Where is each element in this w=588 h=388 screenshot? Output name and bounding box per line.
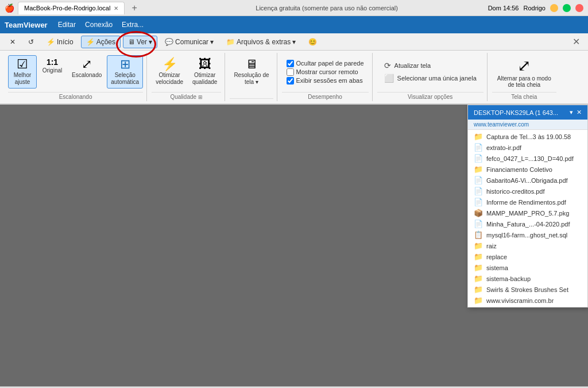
escalonado-icon: ⤢ (82, 58, 92, 71)
file-item[interactable]: 📋mysql16-farm...ghost_net.sql (468, 229, 587, 240)
file-item[interactable]: 📁Financiamento Coletivo (468, 164, 587, 175)
scaling-section-label: Escalonando (59, 94, 92, 100)
exibir-sessoes-item[interactable]: Exibir sessões em abas (287, 77, 363, 84)
performance-label: Desempenho (282, 92, 369, 101)
file-name: historico-creditos.pdf (486, 188, 545, 195)
dropdown-close[interactable]: ✕ (577, 109, 582, 116)
dropdown-panel: DESKTOP-NKS29LA (1 643... ▾ ✕ www.teamvi… (467, 105, 588, 308)
selecao-auto-btn[interactable]: ⊞ Seleçãoautomática (107, 55, 143, 89)
file-icon: 📄 (474, 220, 483, 228)
ribbon-close-btn[interactable]: ✕ (569, 35, 583, 48)
inicio-label: Início (57, 38, 74, 46)
back-btn[interactable]: ↺ (23, 36, 39, 48)
menu-extra[interactable]: Extra... (118, 20, 147, 30)
menu-editar[interactable]: Editar (55, 20, 79, 30)
file-item[interactable]: 📁replace (468, 251, 587, 262)
file-item[interactable]: 📁www.viviscramin.com.br (468, 295, 587, 306)
title-bar-right: Dom 14:56 Rodrigo (488, 4, 588, 12)
view-options-items: ⟳ Atualizar tela ⬜ Selecionar uma única … (377, 53, 483, 91)
file-name: replace (486, 253, 507, 260)
fullscreen-btn[interactable]: ⤢ Alternar para o modode tela cheia (492, 55, 556, 91)
exibir-sessoes-checkbox[interactable] (287, 77, 294, 84)
ocultar-papel-item[interactable]: Ocultar papel de parede (287, 60, 364, 67)
file-item[interactable]: 📄GabaritoA6-Vi...Obrigada.pdf (468, 175, 587, 186)
close-session-btn[interactable]: ✕ (5, 36, 21, 48)
view-options-label: Visualizar opções (377, 92, 483, 101)
ver-icon: 🖥 (128, 38, 135, 46)
file-item[interactable]: 📁raiz (468, 240, 587, 251)
file-item[interactable]: 📄Minha_Fatura_...-04-2020.pdf (468, 218, 587, 229)
fullscreen-section-label: Tela cheia (492, 92, 556, 101)
mostrar-cursor-item[interactable]: Mostrar cursor remoto (287, 68, 358, 76)
mostrar-cursor-checkbox[interactable] (287, 68, 294, 76)
file-item[interactable]: 📄fefco_0427_L=...130_D=40.pdf (468, 153, 587, 164)
resolucao-tela-btn[interactable]: 🖥 Resolução detela ▾ (230, 55, 273, 89)
ribbon-panel: ☑ Melhorajuste 1:1 Original ⤢ Escalonado… (0, 51, 588, 105)
ocultar-papel-label: Ocultar papel de parede (296, 60, 364, 67)
file-item[interactable]: 📄Informe de Rendimentos.pdf (468, 197, 587, 208)
file-item[interactable]: 📁Captura de Tel...3 às 19.00.58 (468, 131, 587, 142)
new-tab-btn[interactable]: + (128, 3, 140, 13)
otimizar-vel-btn[interactable]: ⚡ Otimizarvelocidade (152, 55, 187, 89)
file-name: sistema-backup (486, 275, 531, 282)
file-icon: 📁 (474, 132, 483, 141)
ver-arrow: ▾ (149, 38, 152, 46)
title-bar: 🍎 MacBook-Pro-de-Rodrigo.local ✕ + Licen… (0, 0, 588, 16)
ver-btn[interactable]: 🖥 Ver ▾ (123, 36, 157, 48)
file-icon: 📄 (474, 187, 483, 195)
melhor-ajuste-label: Melhorajuste (14, 72, 32, 86)
atualizar-tela-btn[interactable]: ⟳ Atualizar tela (382, 60, 434, 71)
file-name: Minha_Fatura_...-04-2020.pdf (486, 221, 570, 228)
apple-icon: 🍎 (5, 3, 14, 13)
emoji-icon: 😊 (308, 38, 317, 46)
quality-items: ⚡ Otimizarvelocidade 🖼 Otimizarqualidade (152, 53, 221, 91)
original-btn[interactable]: 1:1 Original (38, 55, 67, 77)
fullscreen-items: ⤢ Alternar para o modode tela cheia (492, 53, 556, 91)
exibir-sessoes-label: Exibir sessões em abas (296, 77, 363, 84)
file-item[interactable]: 📁sistema-backup (468, 273, 587, 284)
license-text: Licença gratuita (somente para uso não c… (256, 5, 398, 11)
menu-conexao[interactable]: Conexão (82, 20, 116, 30)
file-item[interactable]: 📦MAMP_MAMP_PRO_5.7.pkg (468, 208, 587, 218)
dropdown-header-controls: ▾ ✕ (570, 109, 582, 116)
acoes-icon: ⚡ (86, 38, 95, 46)
title-bar-left: 🍎 MacBook-Pro-de-Rodrigo.local ✕ + (0, 2, 166, 14)
inicio-btn[interactable]: ⚡ Início (41, 36, 79, 48)
otimizar-qual-btn[interactable]: 🖼 Otimizarqualidade (188, 55, 221, 89)
restore-btn[interactable] (563, 4, 571, 12)
resolucao-tela-icon: 🖥 (245, 58, 258, 71)
tab-title: MacBook-Pro-de-Rodrigo.local (24, 5, 110, 11)
comunicar-btn[interactable]: 💬 Comunicar ▾ (160, 36, 219, 48)
file-name: GabaritoA6-Vi...Obrigada.pdf (486, 177, 568, 184)
file-item[interactable]: 📁Swirls & Strokes Brushes Set (468, 284, 587, 295)
acoes-btn[interactable]: ⚡ Ações (81, 36, 121, 48)
escalonado-btn[interactable]: ⤢ Escalonado (68, 55, 106, 82)
acoes-label: Ações (96, 38, 115, 46)
scaling-items: ☑ Melhorajuste 1:1 Original ⤢ Escalonado… (8, 53, 143, 91)
title-bar-license: Licença gratuita (somente para uso não c… (166, 5, 488, 11)
file-name: Informe de Rendimentos.pdf (486, 199, 566, 206)
resolution-section: 🖥 Resolução detela ▾ (226, 53, 277, 101)
file-item[interactable]: 📄extrato-ir.pdf (468, 142, 587, 153)
dropdown-arrow[interactable]: ▾ (570, 109, 573, 116)
dropdown-header-text: DESKTOP-NKS29LA (1 643... (474, 109, 558, 116)
files-btn[interactable]: 📁 Arquivos & extras ▾ (221, 36, 301, 48)
emoji-btn[interactable]: 😊 (303, 36, 322, 48)
quality-expand-icon[interactable]: ⊞ (198, 94, 203, 100)
file-name: Captura de Tel...3 às 19.00.58 (486, 133, 571, 140)
ocultar-papel-checkbox[interactable] (287, 60, 294, 67)
file-name: raiz (486, 243, 497, 249)
tab-close-btn[interactable]: ✕ (114, 5, 118, 11)
mostrar-cursor-label: Mostrar cursor remoto (296, 68, 358, 75)
minimize-btn[interactable] (550, 4, 558, 12)
file-item[interactable]: 📁sistema (468, 262, 587, 273)
close-btn[interactable] (575, 4, 583, 12)
selecionar-janela-btn[interactable]: ⬜ Selecionar uma única janela (382, 72, 479, 84)
file-icon: 📁 (474, 263, 483, 272)
active-tab[interactable]: MacBook-Pro-de-Rodrigo.local ✕ (18, 2, 125, 14)
selecao-auto-icon: ⊞ (120, 58, 130, 71)
melhor-ajuste-btn[interactable]: ☑ Melhorajuste (8, 55, 37, 89)
file-item[interactable]: 📄historico-creditos.pdf (468, 186, 587, 197)
quality-section-label: Qualidade (170, 94, 196, 100)
files-label: Arquivos & extras (237, 38, 291, 46)
